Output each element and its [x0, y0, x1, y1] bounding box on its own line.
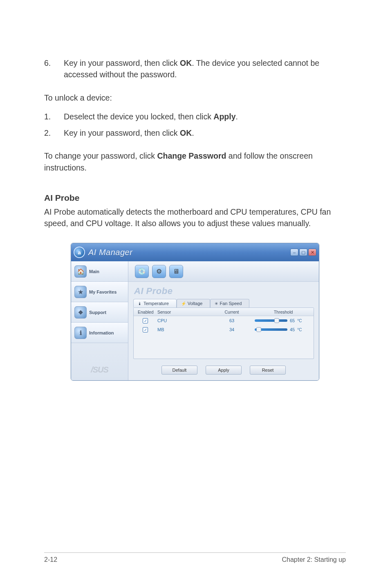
main-pane: 💿 ⚙ 🖥 AI Probe 🌡Temperature ⚡Voltage ✳Fa… — [128, 261, 319, 380]
tab-row: 🌡Temperature ⚡Voltage ✳Fan Speed — [128, 299, 319, 307]
unlock-heading: To unlock a device: — [44, 92, 346, 103]
sensor-name: MB — [157, 327, 211, 332]
favorites-icon: ★ — [74, 286, 87, 298]
apply-button[interactable]: Apply — [206, 366, 242, 375]
page-number: 2-12 — [44, 556, 57, 563]
table-header: Enabled Sensor Current Threshold — [134, 308, 314, 316]
sidebar-item-label: Main — [89, 269, 99, 274]
tool-icon-1[interactable]: 💿 — [135, 265, 149, 278]
sidebar-item-main[interactable]: 🏠 Main — [71, 261, 128, 282]
step-6: 6. Key in your password, then click OK. … — [44, 57, 346, 81]
col-enabled: Enabled — [134, 310, 157, 314]
voltage-icon: ⚡ — [181, 301, 186, 306]
sensor-table: Enabled Sensor Current Threshold ✓ CPU 6… — [133, 307, 314, 359]
tool-icon-3[interactable]: 🖥 — [169, 265, 183, 278]
reset-button[interactable]: Reset — [250, 366, 286, 375]
toolbar: 💿 ⚙ 🖥 — [128, 261, 319, 282]
current-value: 63 — [211, 318, 253, 323]
section-heading: AI Probe — [44, 193, 346, 203]
unlock-step-1: 1. Deselect the device you locked, then … — [44, 111, 346, 122]
app-logo-icon: a — [74, 247, 85, 258]
tab-fan-speed[interactable]: ✳Fan Speed — [210, 299, 249, 307]
threshold-slider-cpu[interactable] — [255, 319, 287, 322]
brand-logo: /SUS — [71, 343, 128, 379]
tool-icon-2[interactable]: ⚙ — [152, 265, 166, 278]
sidebar: 🏠 Main ★ My Favorites ❖ Support ℹ Inform… — [71, 261, 128, 380]
threshold-value: 45 — [290, 327, 295, 332]
sidebar-item-label: My Favorites — [89, 290, 117, 294]
page-footer: 2-12 Chapter 2: Starting up — [44, 552, 346, 563]
table-row: ✓ CPU 63 65 °C — [134, 316, 314, 325]
tab-temperature[interactable]: 🌡Temperature — [133, 299, 177, 307]
minimize-button[interactable]: – — [290, 249, 298, 256]
unit: °C — [297, 319, 302, 323]
titlebar: a AI Manager – ▢ ✕ — [71, 243, 319, 261]
col-threshold: Threshold — [253, 310, 314, 314]
sidebar-item-favorites[interactable]: ★ My Favorites — [71, 282, 128, 302]
current-value: 34 — [211, 327, 253, 332]
sidebar-item-support[interactable]: ❖ Support — [71, 302, 128, 323]
col-current: Current — [211, 310, 253, 314]
support-icon: ❖ — [74, 306, 87, 319]
thermometer-icon: 🌡 — [138, 301, 142, 306]
change-password-text: To change your password, click Change Pa… — [44, 150, 346, 173]
step-text: Key in your password, then click OK. The… — [64, 57, 346, 81]
unlock-step-2: 2. Key in your password, then click OK. — [44, 127, 346, 139]
tab-voltage[interactable]: ⚡Voltage — [177, 299, 211, 307]
table-row: ✓ MB 34 45 °C — [134, 325, 314, 334]
checkbox-cpu[interactable]: ✓ — [143, 318, 148, 323]
checkbox-mb[interactable]: ✓ — [143, 327, 148, 332]
threshold-value: 65 — [290, 318, 295, 323]
unit: °C — [297, 328, 302, 332]
section-description: AI Probe automatically detects the mothe… — [44, 206, 346, 229]
step-number: 6. — [44, 57, 64, 81]
fan-icon: ✳ — [215, 301, 218, 306]
chapter-label: Chapter 2: Starting up — [282, 556, 346, 563]
info-icon: ℹ — [74, 327, 87, 339]
threshold-slider-mb[interactable] — [255, 328, 287, 331]
maximize-button[interactable]: ▢ — [299, 249, 307, 256]
default-button[interactable]: Default — [161, 366, 197, 375]
button-row: Default Apply Reset — [128, 359, 319, 380]
pane-title: AI Probe — [128, 282, 319, 299]
close-button[interactable]: ✕ — [308, 249, 316, 256]
col-sensor: Sensor — [157, 310, 211, 314]
sidebar-item-label: Information — [89, 330, 114, 335]
sidebar-item-information[interactable]: ℹ Information — [71, 323, 128, 343]
home-icon: 🏠 — [74, 265, 87, 278]
window-title: AI Manager — [88, 248, 132, 257]
sensor-name: CPU — [157, 318, 211, 323]
app-window: a AI Manager – ▢ ✕ 🏠 Main ★ My Favorites… — [71, 243, 319, 381]
sidebar-item-label: Support — [89, 310, 106, 315]
